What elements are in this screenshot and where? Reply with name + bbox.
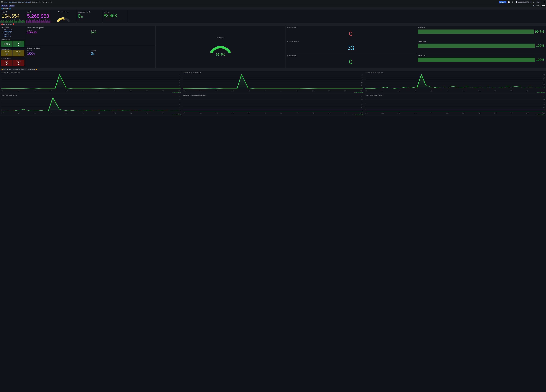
svg-text:30: 30	[62, 19, 65, 21]
epoch-info-icon[interactable]: i	[6, 12, 7, 13]
future-info[interactable]: i	[298, 41, 299, 42]
sparkbar-item	[33, 20, 34, 23]
queue-info-icon[interactable]: i	[89, 12, 90, 13]
breadcrumb-dashboards[interactable]: Dashboards	[9, 1, 17, 3]
sparkbar-item	[6, 20, 7, 23]
slashed-validators-label: Slashed Validators	[1, 58, 24, 60]
left-column: Quick Links open an issue github reposit…	[0, 26, 25, 68]
source-vote-svg	[1, 74, 181, 90]
sparkbar-item	[38, 21, 39, 23]
epoch-gauge-svg: 30	[56, 13, 71, 22]
refresh-picker[interactable]: 12s ▾	[536, 1, 541, 3]
share-icon[interactable]: ⊙	[51, 1, 52, 3]
assets-watched: watched $0.0	[91, 30, 154, 34]
sparkbar-item	[32, 21, 32, 23]
source-vote-title: Untimely or bad source vote (%)	[1, 72, 181, 73]
source-votes-title: Source Votes	[418, 41, 544, 43]
sparkbar-item	[11, 21, 12, 23]
missed-blocks-chart: Missed blocks last 24H (count)	[364, 93, 546, 116]
target-vote-svg	[183, 74, 363, 90]
healthiness-title: Healthiness	[217, 37, 224, 39]
breadcrumb: Home › Dashboards › Ethereum Reloaded › …	[4, 1, 47, 3]
share-grid: network 100% watched 0%	[27, 50, 154, 56]
sparkbar-item	[9, 21, 10, 23]
block-missed-info[interactable]: i	[295, 27, 297, 28]
sub-navigation: network sepolia 🔗 Powered by Kiln	[0, 4, 546, 7]
share-network-value: 100%	[27, 51, 90, 56]
active-validators-group: network 1.77k watched 0	[1, 41, 24, 47]
svg-marker-8	[1, 74, 181, 90]
svg-marker-24	[365, 74, 545, 90]
svg-marker-29	[1, 98, 181, 113]
slot-sparkbars	[25, 18, 51, 23]
save-icon[interactable]: 💾	[507, 1, 510, 3]
sparkbar-item	[1, 20, 2, 23]
epoch-title: Epoch i	[2, 12, 24, 13]
head-vote-chart: Untimely or bad head vote (%)	[364, 71, 546, 93]
target-votes-title: Target Votes	[418, 55, 544, 57]
add-button[interactable]: ⊕ Add ▾	[499, 1, 507, 3]
consec-missed-title: Consecutive missed attestations (count)	[183, 94, 363, 96]
missed-att-x-axis: 3:304:004:305:005:306:006:307:007:308:00…	[1, 113, 181, 114]
link-etherscan[interactable]: etherscan.io	[4, 36, 11, 37]
source-vote-chart: Untimely or bad source vote (%)	[0, 71, 182, 93]
assets-panel: Assets under management network $196.3M …	[25, 26, 156, 46]
missed-blocks-svg	[365, 96, 545, 113]
breadcrumb-home[interactable]: Home	[4, 1, 7, 3]
future-proposals-title: Future Proposals i	[287, 41, 414, 42]
sparkbar-item	[13, 21, 13, 23]
consec-missed-chart: Consecutive missed attestations (count)	[182, 93, 364, 116]
block-proposed-panel: Block Proposed 0	[286, 54, 416, 68]
head-y-axis: 2.2521.751.51.2510.750.50.250	[542, 74, 545, 88]
charts-row-2: Missed attestations (count)	[0, 93, 546, 116]
target-vote-title: Untimely or bad target vote (%)	[183, 72, 363, 73]
main-content: 🌐 Network 🌐 Epoch i 164,654 Slot i 5,268…	[0, 7, 546, 116]
breadcrumb-ethereum-reloaded[interactable]: Ethereum Reloaded	[18, 1, 31, 3]
target-votes-content: 100%	[418, 58, 544, 62]
sparkbar-item	[30, 20, 31, 23]
target-x-axis: 3:304:004:305:005:306:006:307:007:308:00…	[183, 90, 363, 91]
tag-network[interactable]: network	[1, 5, 8, 6]
share-watched-value: 0%	[91, 51, 154, 56]
performances-section-header: 🔴 Performances 🔴	[0, 23, 546, 26]
queued-validators-group: network 0 watched 0	[1, 50, 24, 56]
watched-section-header: 🔑 Watched keys compared to the rest of t…	[0, 68, 546, 71]
slot-info-icon[interactable]: i	[30, 12, 31, 13]
perf-top-row: Quick Links open an issue github reposit…	[0, 26, 546, 68]
assets-network: network $196.3M	[27, 30, 90, 34]
settings-icon[interactable]: ⚙	[511, 1, 514, 3]
sparkbar-item	[37, 20, 38, 23]
sync-icon[interactable]: ↻	[533, 1, 535, 3]
tag-sepolia[interactable]: sepolia	[9, 5, 15, 6]
sparkbar-item	[28, 21, 29, 23]
hamburger-menu[interactable]: ☰	[1, 1, 3, 3]
queued-watched-value: 0	[18, 52, 20, 56]
head-votes-panel: Head Votes 99.7%	[416, 26, 546, 40]
link-bageth[interactable]: bageth.xyz	[4, 34, 10, 35]
sparkbar-item	[19, 21, 19, 23]
sparkbar-item	[40, 21, 41, 23]
slashed-network-box: network 0	[1, 60, 13, 66]
link-github[interactable]: github repository	[4, 31, 13, 32]
time-range-picker[interactable]: 🕐 Last 6 hours UTC ▾	[515, 1, 532, 3]
sparkbar-item	[39, 19, 40, 23]
source-votes-panel: Source Votes 100%	[416, 40, 546, 54]
source-vote-area: 1.61.41.210.80.60.40.20	[1, 74, 181, 90]
entry-queue-value: 0s	[78, 13, 100, 19]
source-votes-content: 100%	[418, 44, 544, 48]
queued-network-box: network 0	[1, 50, 13, 56]
link-beaconcha[interactable]: beaconcha.in	[4, 32, 11, 34]
missed-att-y-axis: 2520151050	[179, 96, 180, 110]
link-open-issue[interactable]: open an issue	[4, 29, 12, 30]
sparkbar-item	[43, 20, 44, 23]
head-votes-pct: 99.7%	[535, 30, 544, 33]
target-y-axis: 1.61.41.210.80.60.40.20	[361, 74, 363, 88]
active-network-value: 1.77k	[3, 43, 10, 45]
queued-validators-label: Queued Validators	[1, 48, 24, 50]
missed-blocks-legend: — scope:unwatched	[365, 114, 545, 116]
star-icon[interactable]: ★	[48, 1, 50, 3]
sparkbar-item	[10, 20, 11, 23]
entry-queue-title: Entry Queue Time i	[78, 12, 100, 13]
fullscreen-icon[interactable]: ⛶	[542, 1, 545, 3]
sparkbar-item	[46, 21, 47, 23]
